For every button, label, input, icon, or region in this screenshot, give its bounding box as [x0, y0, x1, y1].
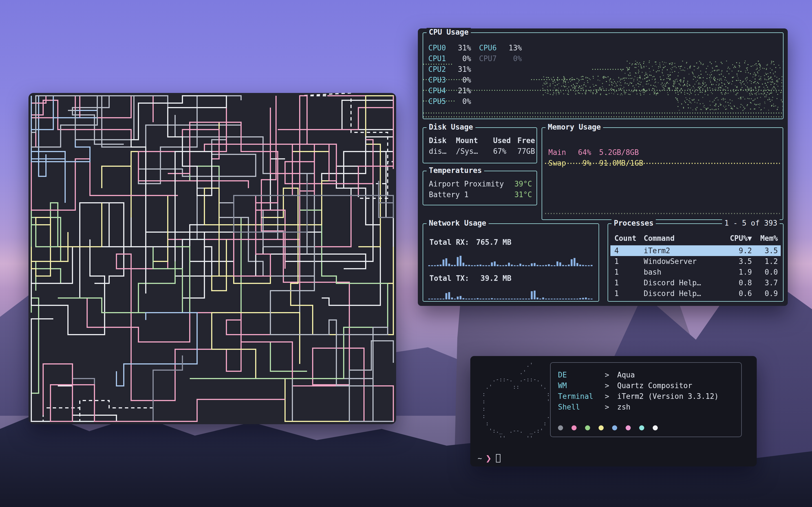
color-dot: [558, 425, 563, 431]
network-tx-row: Total TX:39.2 MB: [429, 274, 511, 283]
process-row[interactable]: 1 WindowServer 3.5 1.2: [610, 256, 781, 267]
info-value: Aqua: [617, 371, 635, 379]
processes-panel: Processes 1 - 5 of 393 Count Command CPU…: [608, 223, 783, 302]
info-value: zsh: [617, 403, 630, 411]
process-cell-cpu: 0.8: [723, 279, 752, 287]
disk-table-header: Disk Mount Used Free: [429, 136, 532, 145]
prompt-path: ~: [477, 454, 482, 462]
network-panel-title: Network Usage: [426, 219, 489, 227]
color-dot: [599, 425, 604, 431]
temperatures-panel: Temperatures Airport Proximity 39°C Batt…: [423, 171, 537, 205]
memory-swap-percent: 9%: [573, 159, 591, 167]
info-label: Terminal: [558, 392, 605, 400]
network-rx-row: Total RX:765.7 MB: [429, 238, 511, 246]
processes-header-mem[interactable]: Mem%: [752, 234, 778, 242]
process-cell-cpu: 1.9: [723, 268, 752, 276]
disk-header-cell: Used: [493, 136, 517, 145]
process-row[interactable]: 1 Discord Help… 0.8 3.7: [610, 277, 781, 288]
process-cell-count: 4: [614, 246, 644, 255]
info-label: Shell: [558, 403, 605, 411]
terminal-color-dots: [558, 425, 658, 431]
cpu-core-label: CPU5: [428, 97, 446, 106]
cpu-core-value: 0%: [513, 54, 522, 63]
temperature-name: Battery 1: [429, 190, 469, 199]
fetch-terminal-window[interactable]: .' .' .-::-. .-::-. .' :: '. : : : ' : :…: [470, 356, 757, 466]
process-cell-mem: 1.2: [752, 257, 778, 266]
info-separator: >: [605, 403, 617, 411]
disk-header-cell: Disk: [429, 136, 456, 145]
temperature-row: Battery 1 31°C: [429, 190, 532, 199]
process-cell-mem: 3.5: [752, 246, 778, 255]
info-separator: >: [605, 371, 617, 379]
process-cell-cpu: 3.5: [723, 257, 752, 266]
fetch-info-box: DE > Aqua WM > Quartz Compositor Termina…: [550, 362, 742, 437]
process-cell-command: iTerm2: [644, 246, 723, 255]
pipes-terminal-window[interactable]: [29, 93, 396, 424]
disk-cell: dis…: [429, 147, 456, 156]
cpu-core-value: 0%: [462, 54, 471, 63]
shell-prompt[interactable]: ~ ❯: [477, 454, 500, 462]
memory-usage-panel: Memory Usage Main64%5.2GB/8GB Swap9%91.0…: [542, 127, 783, 220]
system-monitor-window[interactable]: CPU Usage CPU031% CPU10% CPU231% CPU30% …: [418, 29, 788, 306]
pipes-art-canvas: [29, 93, 396, 424]
network-rx-chart: [428, 250, 594, 266]
network-tx-value: 39.2 MB: [469, 274, 511, 283]
process-cell-cpu: 9.2: [723, 246, 752, 255]
processes-header-command[interactable]: Command: [644, 234, 723, 242]
disk-table-row: dis… /Sys… 67% 77GB: [429, 147, 532, 156]
process-cell-command: Discord Help…: [644, 289, 723, 298]
disk-header-cell: Free: [517, 136, 535, 145]
cpu-core-label: CPU2: [428, 65, 446, 73]
disk-panel-title: Disk Usage: [426, 123, 475, 131]
cpu-core-list: CPU031% CPU10% CPU231% CPU30% CPU421% CP…: [428, 43, 471, 107]
temperature-value: 31°C: [514, 190, 532, 199]
temperature-value: 39°C: [514, 180, 532, 188]
cpu-core-label: CPU4: [428, 87, 446, 95]
prompt-cursor: [496, 454, 500, 462]
network-rx-label: Total RX:: [429, 238, 469, 246]
process-row[interactable]: 1 bash 1.9 0.0: [610, 267, 781, 277]
memory-main-percent: 64%: [573, 148, 591, 157]
network-tx-label: Total TX:: [429, 274, 469, 283]
info-value: Quartz Compositor: [617, 381, 692, 390]
processes-range: 1 - 5 of 393: [722, 219, 779, 227]
processes-panel-title: Processes: [612, 219, 656, 227]
cpu-core-label: CPU0: [428, 44, 446, 52]
process-row[interactable]: 4 iTerm2 9.2 3.5: [610, 245, 781, 256]
process-cell-count: 1: [614, 279, 644, 287]
memory-main-detail: 5.2GB/8GB: [599, 148, 639, 157]
cpu-core-item: CPU70%: [479, 53, 522, 64]
cpu-core-label: CPU1: [428, 54, 446, 63]
process-cell-command: bash: [644, 268, 723, 276]
processes-rows: 4 iTerm2 9.2 3.5 1 WindowServer 3.5 1.2 …: [610, 245, 781, 299]
process-cell-mem: 0.0: [752, 268, 778, 276]
disk-cell: 77GB: [517, 147, 535, 156]
info-separator: >: [605, 381, 617, 390]
process-row[interactable]: 1 Discord Help… 0.6 0.9: [610, 288, 781, 299]
cpu-core-value: 13%: [509, 44, 522, 52]
memory-swap-label: Swap: [548, 159, 573, 167]
cpu-core-item: CPU10%: [428, 53, 471, 64]
cpu-core-label: CPU7: [479, 54, 497, 63]
color-dot: [639, 425, 644, 431]
memory-swap-detail: 91.0MB/1GB: [599, 159, 644, 167]
process-cell-cpu: 0.6: [723, 289, 752, 298]
cpu-graph-canvas: [423, 33, 783, 119]
temperature-row: Airport Proximity 39°C: [429, 180, 532, 188]
cpu-usage-panel: CPU Usage CPU031% CPU10% CPU231% CPU30% …: [423, 33, 783, 119]
processes-header-cpu[interactable]: CPU%▼: [723, 234, 752, 242]
color-dot: [626, 425, 631, 431]
cpu-core-item: CPU30%: [428, 75, 471, 86]
cpu-core-value: 0%: [462, 97, 471, 106]
prompt-char: ❯: [486, 454, 492, 462]
network-tx-chart: [428, 284, 594, 299]
disk-header-cell: Mount: [456, 136, 493, 145]
cpu-core-item: CPU613%: [479, 43, 522, 53]
processes-header: Count Command CPU%▼ Mem%: [614, 234, 778, 242]
cpu-core-list: CPU613% CPU70%: [479, 43, 522, 64]
temperatures-panel-title: Temperatures: [426, 166, 484, 175]
processes-header-count[interactable]: Count: [614, 234, 644, 242]
info-label: DE: [558, 371, 605, 379]
apple-ascii-art: .' .' .-::-. .-::-. .' :: '. : : : ' : :…: [479, 361, 550, 442]
memory-baseline-dotline: [545, 213, 780, 214]
